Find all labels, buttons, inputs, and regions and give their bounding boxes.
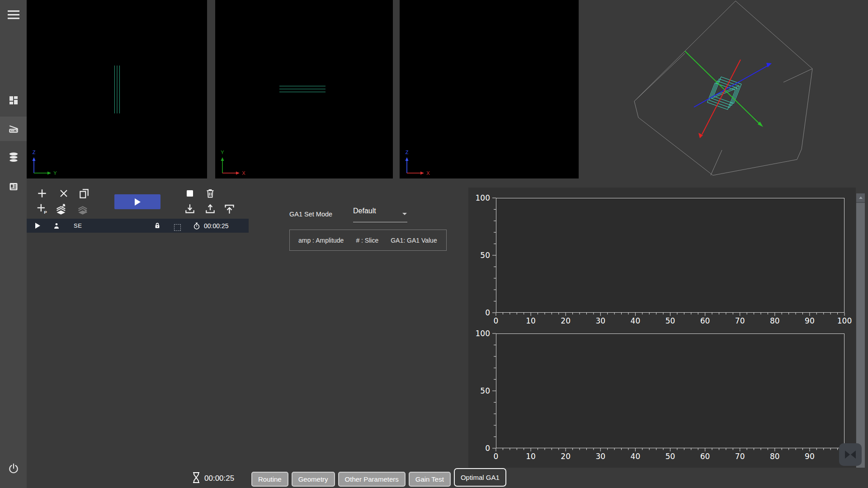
sidebar-item-dashboard[interactable]: [0, 88, 27, 113]
legend-item: # : Slice: [356, 237, 378, 244]
viewport-xy[interactable]: Y X: [215, 0, 393, 178]
scanner-icon: [8, 123, 19, 135]
legend-item: GA1: GA1 Value: [391, 237, 437, 244]
select-underline: [353, 222, 407, 222]
z-axis-3d: [694, 63, 772, 107]
upload-button[interactable]: [203, 202, 217, 216]
svg-text:X: X: [242, 170, 245, 176]
x-tick-label: 30: [595, 452, 605, 461]
svg-text:X: X: [426, 170, 430, 176]
sequence-play-icon[interactable]: [35, 219, 41, 233]
svg-text:Z: Z: [406, 150, 409, 155]
download-icon: [184, 203, 196, 215]
axis-indicator: Z X: [403, 149, 432, 177]
chart-top: 0501000102030405060708090100: [470, 191, 868, 327]
y-tick-label: 100: [470, 329, 490, 338]
x-tick-label: 90: [805, 316, 815, 325]
y-axis-3d: [685, 51, 763, 127]
close-button[interactable]: [57, 187, 71, 200]
x-tick-label: 20: [561, 316, 571, 325]
layers-icon: [55, 202, 68, 215]
x-tick-label: 50: [665, 316, 675, 325]
database-icon: [8, 151, 19, 163]
tab-routine[interactable]: Routine: [251, 472, 288, 487]
layers-disabled-icon: [77, 202, 90, 215]
tab-optimal-ga1[interactable]: Optimal GA1: [454, 468, 506, 487]
x-tick-label: 30: [595, 316, 605, 325]
x-tick-label: 80: [770, 316, 780, 325]
menu-button[interactable]: [0, 3, 27, 27]
run-button[interactable]: [114, 194, 160, 209]
layer-stack-button[interactable]: [55, 202, 68, 216]
scrollbar-thumb[interactable]: [856, 203, 865, 468]
viewport-yz[interactable]: Z Y: [27, 0, 207, 178]
ga1-set-mode-label: GA1 Set Mode: [289, 211, 332, 218]
y-tick-label: 50: [470, 251, 490, 260]
delete-button[interactable]: [203, 187, 217, 200]
add-button[interactable]: [35, 187, 49, 200]
stop-icon: [184, 188, 195, 199]
tab-geometry[interactable]: Geometry: [292, 472, 335, 487]
svg-text:Y: Y: [221, 150, 224, 155]
hourglass-icon: [192, 472, 201, 483]
slice-slab: [708, 77, 742, 110]
stop-button[interactable]: [183, 187, 197, 200]
x-tick-label: 20: [561, 452, 571, 461]
x-tick-label: 40: [631, 316, 641, 325]
tab-gain-test[interactable]: Gain Test: [409, 472, 451, 487]
sidebar-item-scanner[interactable]: [0, 117, 27, 141]
x-tick-label: 0: [494, 452, 499, 461]
svg-text:Z: Z: [33, 150, 36, 155]
trash-icon: [205, 188, 216, 199]
y-tick-label: 100: [470, 193, 490, 202]
sidebar-item-database[interactable]: [0, 145, 27, 169]
download-button[interactable]: [183, 202, 197, 216]
copy-icon: [78, 188, 90, 199]
svg-text:Y: Y: [53, 170, 57, 176]
chart-bottom: 0501000102030405060708090: [470, 327, 868, 462]
axis-indicator: Z Y: [30, 149, 59, 177]
lock-icon[interactable]: [154, 219, 161, 233]
sequence-row[interactable]: SE 00:00:25: [27, 219, 249, 233]
plus-icon: [36, 188, 48, 199]
layer-stack-disabled-button: [76, 202, 90, 216]
axis-indicator: Y X: [219, 149, 248, 177]
x-tick-label: 60: [700, 452, 710, 461]
person-icon: [53, 219, 60, 233]
tab-other-parameters[interactable]: Other Parameters: [338, 472, 406, 487]
legend-item: amp : Amplitude: [298, 237, 344, 244]
x-tick-label: 70: [735, 452, 745, 461]
ga1-mode-select[interactable]: Default: [353, 207, 408, 222]
x-tick-label: 40: [631, 452, 641, 461]
upload-top-icon: [223, 203, 236, 215]
sequence-duration: 00:00:25: [204, 219, 229, 233]
article-icon: [8, 181, 19, 192]
y-tick-label: 50: [470, 386, 490, 395]
copy-button[interactable]: [77, 187, 91, 200]
play-icon: [135, 198, 141, 206]
arrow-up-icon: [859, 197, 863, 199]
plus-p-icon: P: [36, 203, 48, 215]
power-button[interactable]: [0, 456, 27, 481]
x-tick-label: 90: [805, 452, 815, 461]
slice-lines: [279, 85, 326, 93]
y-tick-label: 0: [470, 444, 490, 453]
viewport-xz[interactable]: Z X: [400, 0, 579, 178]
floating-widget-button[interactable]: [839, 443, 862, 466]
power-icon: [8, 463, 19, 474]
elapsed-time: 00:00:25: [204, 474, 234, 483]
y-tick-label: 0: [470, 308, 490, 317]
tab-bar: Routine Geometry Other Parameters Gain T…: [251, 467, 506, 487]
svg-text:P: P: [44, 210, 47, 215]
x-tick-label: 60: [700, 316, 710, 325]
add-parameter-button[interactable]: P: [35, 202, 49, 216]
x-tick-label: 50: [665, 452, 675, 461]
sequence-name: SE: [74, 219, 82, 233]
scroll-up-button[interactable]: [856, 193, 865, 202]
hamburger-icon: [8, 10, 19, 19]
sidebar: [0, 0, 27, 488]
selection-box-icon[interactable]: [174, 219, 181, 233]
export-button[interactable]: [222, 202, 236, 216]
3d-scene-view[interactable]: [631, 0, 825, 181]
sidebar-item-records[interactable]: [0, 174, 27, 199]
